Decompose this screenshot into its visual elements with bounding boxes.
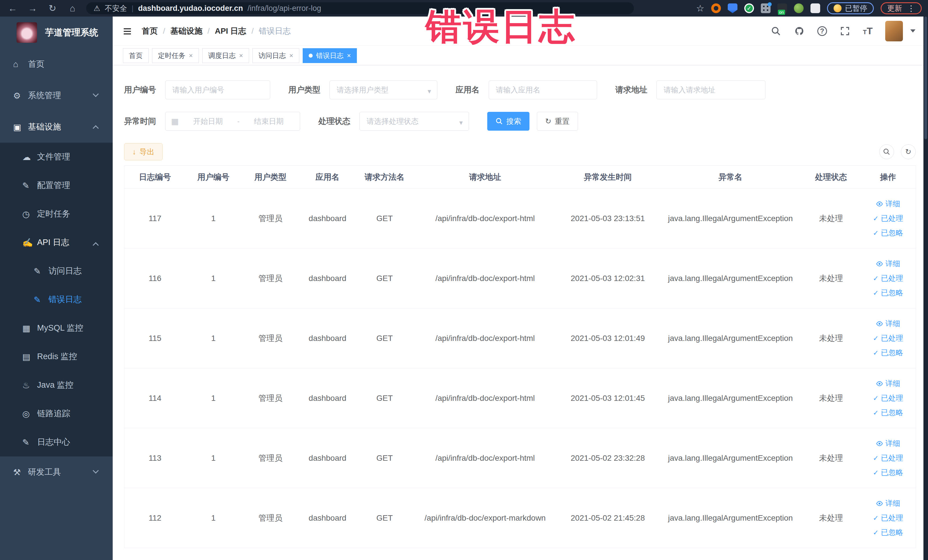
extension-icon[interactable] — [777, 3, 787, 13]
close-icon[interactable]: × — [239, 52, 243, 60]
sidebar-item-file-mgmt[interactable]: ☁文件管理 — [0, 143, 113, 171]
extension-icon[interactable] — [744, 3, 754, 13]
detail-link[interactable]: 详细 — [876, 438, 901, 449]
ignored-link[interactable]: ✓已忽略 — [873, 288, 903, 298]
app-name-input[interactable] — [489, 81, 597, 99]
processed-link[interactable]: ✓已处理 — [873, 273, 903, 283]
tab-sched-task[interactable]: 定时任务× — [152, 48, 199, 63]
sidebar-item-error-log[interactable]: ✎错误日志 — [0, 285, 113, 314]
sidebar-item-config-mgmt[interactable]: ✎配置管理 — [0, 171, 113, 200]
processed-link[interactable]: ✓已处理 — [873, 333, 903, 343]
back-icon[interactable]: ← — [6, 3, 19, 14]
github-icon[interactable] — [794, 26, 805, 37]
sidebar-logo-row[interactable]: 芋道管理系统 — [0, 17, 113, 49]
dev-tools-icon: ⚒ — [13, 467, 28, 477]
breadcrumb-item[interactable]: 首页 — [142, 26, 158, 37]
sidebar-item-redis-monitor[interactable]: ▤Redis 监控 — [0, 342, 113, 371]
trace-icon: ◎ — [22, 409, 37, 419]
breadcrumb: 首页 / 基础设施 / API 日志 / 错误日志 — [142, 26, 291, 37]
sidebar-item-access-log[interactable]: ✎访问日志 — [0, 257, 113, 285]
sidebar-item-label: 日志中心 — [37, 436, 70, 448]
scrollbar-thumb[interactable] — [924, 17, 927, 139]
extensions-puzzle-icon[interactable] — [810, 3, 820, 13]
ignored-link[interactable]: ✓已忽略 — [873, 348, 903, 358]
refresh-button[interactable]: ↻ — [901, 144, 916, 159]
sidebar-item-system-mgmt[interactable]: ⚙系统管理 — [0, 80, 113, 111]
tab-access-log[interactable]: 访问日志× — [252, 48, 299, 63]
tab-label: 首页 — [129, 51, 143, 60]
column-header-userId: 用户编号 — [186, 166, 241, 189]
processed-link[interactable]: ✓已处理 — [873, 453, 903, 463]
search-icon[interactable] — [771, 26, 781, 37]
sidebar-item-log-center[interactable]: ✎日志中心 — [0, 428, 113, 456]
close-icon[interactable]: × — [347, 52, 351, 60]
security-label[interactable]: 不安全 — [105, 3, 127, 14]
hamburger-icon[interactable]: ≡ — [123, 23, 131, 40]
table-row: 1131管理员dashboardGET/api/infra/db-doc/exp… — [124, 428, 916, 488]
tab-home[interactable]: 首页 — [123, 48, 149, 63]
extension-icon[interactable] — [794, 3, 804, 13]
processed-link[interactable]: ✓已处理 — [873, 513, 903, 523]
sidebar-item-infrastructure[interactable]: ▣基础设施 — [0, 111, 113, 143]
error-log-table: 日志编号用户编号用户类型应用名请求方法名请求地址异常发生时间异常名处理状态操作 … — [124, 165, 916, 548]
sidebar-item-dev-tools[interactable]: ⚒研发工具 — [0, 456, 113, 488]
breadcrumb-item[interactable]: 基础设施 — [170, 26, 202, 37]
close-icon[interactable]: × — [289, 52, 293, 60]
ignored-link[interactable]: ✓已忽略 — [873, 407, 903, 418]
help-icon[interactable]: ? — [817, 26, 827, 36]
user-avatar[interactable] — [885, 21, 903, 41]
extension-icon[interactable] — [728, 3, 737, 13]
sidebar-item-mysql-monitor[interactable]: ▦MySQL 监控 — [0, 314, 113, 342]
user-type-select[interactable] — [330, 81, 437, 99]
export-button[interactable]: ↓ 导出 — [124, 143, 163, 160]
extension-icon[interactable] — [761, 3, 771, 13]
ignored-link[interactable]: ✓已忽略 — [873, 528, 903, 537]
sidebar-item-java-monitor[interactable]: ♨Java 监控 — [0, 371, 113, 400]
ignored-link[interactable]: ✓已忽略 — [873, 468, 903, 478]
scrollbar[interactable] — [923, 17, 928, 560]
font-size-icon[interactable]: TT — [863, 25, 873, 37]
reset-button[interactable]: ↻ 重置 — [537, 112, 578, 131]
hide-search-button[interactable] — [879, 144, 894, 159]
ignored-link[interactable]: ✓已忽略 — [873, 228, 903, 238]
start-date-placeholder[interactable]: 开始日期 — [183, 116, 233, 127]
breadcrumb-item[interactable]: API 日志 — [215, 26, 246, 37]
url-host[interactable]: dashboard.yudao.iocoder.cn — [138, 4, 243, 13]
sidebar-item-trace[interactable]: ◎链路追踪 — [0, 400, 113, 428]
detail-link[interactable]: 详细 — [876, 378, 901, 389]
sidebar-item-api-logs[interactable]: ✍API 日志 — [0, 228, 113, 257]
status-select[interactable] — [359, 112, 469, 131]
date-range-picker[interactable]: ▦ 开始日期 - 结束日期 — [165, 112, 300, 131]
sidebar-item-label: API 日志 — [37, 237, 69, 248]
cell-logId: 112 — [124, 488, 186, 548]
tab-error-log[interactable]: 错误日志× — [303, 48, 357, 63]
processed-link[interactable]: ✓已处理 — [873, 214, 903, 223]
kebab-menu-icon[interactable]: ⋮ — [907, 4, 915, 13]
cell-userId: 1 — [186, 368, 241, 428]
fullscreen-icon[interactable] — [839, 26, 850, 37]
forward-icon[interactable]: → — [26, 3, 39, 14]
request-url-input[interactable] — [656, 81, 765, 99]
detail-link[interactable]: 详细 — [876, 259, 901, 269]
tab-sched-log[interactable]: 调度日志× — [202, 48, 249, 63]
sidebar-item-scheduled-tasks[interactable]: ◷定时任务 — [0, 200, 113, 228]
search-button[interactable]: 搜索 — [487, 112, 530, 131]
close-icon[interactable]: × — [189, 52, 193, 60]
paused-badge[interactable]: 已暂停 — [827, 2, 874, 14]
chevron-down-icon[interactable] — [910, 29, 916, 32]
cell-logId: 113 — [124, 428, 186, 488]
detail-link[interactable]: 详细 — [876, 199, 901, 209]
end-date-placeholder[interactable]: 结束日期 — [244, 116, 294, 127]
reload-icon[interactable]: ↻ — [46, 3, 59, 14]
update-badge[interactable]: 更新⋮ — [881, 2, 922, 14]
cell-status: 未处理 — [802, 308, 860, 368]
sidebar-item-home[interactable]: ⌂首页 — [0, 49, 113, 80]
detail-link[interactable]: 详细 — [876, 319, 901, 329]
home-icon[interactable]: ⌂ — [66, 3, 79, 14]
processed-link[interactable]: ✓已处理 — [873, 393, 903, 403]
table-row: 1171管理员dashboardGET/api/infra/db-doc/exp… — [124, 189, 916, 249]
user-id-input[interactable] — [165, 81, 270, 99]
extension-icon[interactable] — [711, 3, 721, 13]
bookmark-star-icon[interactable]: ☆ — [696, 3, 704, 14]
detail-link[interactable]: 详细 — [876, 498, 901, 508]
